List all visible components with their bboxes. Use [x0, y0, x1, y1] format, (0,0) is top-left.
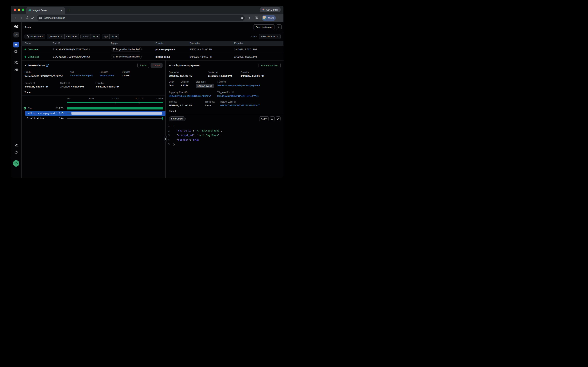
settings-gear-icon[interactable]	[276, 24, 282, 30]
extensions-icon[interactable]	[246, 15, 252, 21]
finalization-span-bar[interactable]	[162, 117, 163, 119]
sidebar-item-events[interactable]	[13, 49, 19, 54]
duration-value: 2.028s	[122, 74, 163, 77]
sidebar-footer	[11, 158, 21, 178]
tab-close-icon[interactable]: ✕	[60, 9, 63, 12]
step-span-bar[interactable]	[71, 112, 162, 115]
tab-trace[interactable]: Trace	[25, 91, 31, 95]
close-window-button[interactable]	[14, 8, 16, 11]
trace-minimap[interactable]	[67, 101, 163, 104]
time-filter-chip: Queued at Last 3d	[47, 34, 79, 39]
new-tab-button[interactable]: +	[67, 8, 71, 12]
help-icon[interactable]	[13, 149, 19, 155]
panel-resize-handle[interactable]	[165, 136, 167, 142]
status-filter-value: All	[92, 35, 95, 38]
table-row[interactable]: Completed 01KJXDACKB9MPQACGTDP7JAVS1 inn…	[22, 46, 283, 53]
expand-icon[interactable]	[276, 117, 281, 121]
timeout-label: Timeout	[169, 100, 205, 103]
share-icon[interactable]	[13, 142, 19, 148]
profile-chip[interactable]: Work	[262, 15, 276, 21]
line-number: 3	[166, 133, 173, 138]
sidebar-divider	[13, 58, 19, 58]
span-name: Finalization	[27, 117, 59, 120]
time-range-dropdown[interactable]: Last 3d	[65, 34, 79, 39]
started-at-value: 3/4/2026, 4:51:00 PM	[208, 75, 240, 77]
code-line: 1 {	[166, 124, 283, 128]
site-info-icon[interactable]	[39, 17, 42, 19]
bookmark-star-icon[interactable]	[240, 16, 244, 19]
app-link[interactable]: trace-docs-examples	[70, 74, 100, 77]
queued-at-label: Queued at	[169, 71, 208, 74]
trace-span-run[interactable]: Run 2.028s	[22, 106, 166, 111]
send-test-event-button[interactable]: Send test event	[253, 24, 275, 30]
time-field-dropdown[interactable]: Queued at	[47, 34, 64, 39]
step-type-label: Step Type	[196, 81, 217, 83]
inngest-logo[interactable]	[13, 24, 19, 29]
line-number: 5	[166, 142, 173, 147]
step-output-pill[interactable]: Step Output	[169, 117, 186, 121]
browser-tab[interactable]: Inngest Server ✕	[26, 7, 65, 14]
col-ended-at: Ended at	[234, 42, 283, 45]
maximize-window-button[interactable]	[22, 8, 24, 11]
ask-gemini-button[interactable]: Ask Gemini	[260, 7, 281, 12]
url-text[interactable]: localhost:8288/runs	[44, 17, 239, 19]
triggered-run-id-link[interactable]: 01KJXDACKB9MPQACGTDP7JAVS1	[217, 95, 281, 97]
app-badge[interactable]: DV	[13, 32, 19, 37]
show-search-button[interactable]: Show search	[25, 34, 45, 39]
external-link-icon[interactable]	[46, 64, 49, 67]
trigger-pill[interactable]: inngest/function.invoked	[111, 47, 142, 51]
back-button[interactable]	[13, 15, 18, 21]
sidebar-item-functions[interactable]	[13, 67, 19, 72]
url-bar[interactable]: localhost:8288/runs	[37, 15, 245, 21]
reload-button[interactable]	[24, 15, 30, 21]
triggered-run-id-label: Triggered Run ID	[217, 91, 281, 94]
status-filter-dropdown[interactable]: All	[91, 34, 100, 39]
browser-menu-icon[interactable]	[276, 15, 282, 21]
rerun-from-step-button[interactable]: Rerun from step	[258, 63, 281, 68]
ask-gemini-label: Ask Gemini	[266, 8, 278, 11]
sidebar-divider	[13, 40, 19, 40]
forward-button[interactable]	[18, 15, 24, 21]
delay-label: Delay	[169, 81, 181, 83]
chevron-down-icon	[277, 36, 279, 37]
queued-at-value: 3/4/2026, 4:51:00 PM	[169, 75, 208, 77]
table-columns-dropdown[interactable]: Table columns	[259, 34, 281, 39]
run-id-label: Run ID	[25, 71, 70, 73]
function-link[interactable]: trace-docs-examples-process-payment	[217, 84, 281, 87]
copy-button[interactable]: Copy	[259, 117, 269, 121]
code-line: 3 "receipt_id": "rcpt_9xyz8wvu",	[166, 133, 283, 138]
queued-at-label: Queued at	[25, 82, 60, 84]
ended-at-label: Ended at	[95, 82, 163, 84]
rerun-button[interactable]: Rerun	[137, 63, 149, 68]
function-link[interactable]: invoke-demo	[100, 74, 122, 77]
table-row[interactable]: Completed 01KJXDACBF7E98M00RAFCK9HAX inn…	[22, 53, 283, 61]
status-dot	[25, 49, 26, 50]
minimize-window-button[interactable]	[18, 8, 20, 11]
runs-count: 9 runs	[251, 35, 257, 38]
tab-output[interactable]: Output	[169, 110, 176, 114]
app-filter-dropdown[interactable]: All	[110, 34, 119, 39]
collapse-chevron-icon[interactable]	[169, 65, 171, 66]
event-icon	[113, 48, 115, 50]
span-duration: 19ms	[59, 117, 65, 120]
sidebar-item-runs[interactable]	[13, 42, 19, 48]
col-run-id: Run ID	[53, 42, 111, 45]
word-wrap-icon[interactable]	[270, 117, 274, 121]
time-range-label: Last 3d	[66, 35, 74, 38]
inngest-app: DV	[11, 22, 283, 178]
page-header: Runs Send test event	[22, 22, 283, 32]
collapse-chevron-icon[interactable]	[25, 65, 27, 66]
sidebar-item-apps[interactable]	[13, 60, 19, 66]
axis-tick: 507ms	[88, 97, 94, 100]
dev-code-button[interactable]	[13, 160, 19, 167]
trace-span-finalization[interactable]: Finalization 19ms	[22, 116, 166, 121]
triggering-event-id-link[interactable]: 01KJXDACEC6H49QRQXWEA93NXZ	[169, 95, 217, 97]
tab-search-icon[interactable]	[254, 15, 259, 21]
home-button[interactable]	[30, 15, 35, 21]
cancel-button[interactable]: Cancel	[150, 63, 163, 68]
main-content: Runs Send test event Show search	[22, 22, 283, 178]
run-span-bar[interactable]	[67, 107, 163, 109]
trace-span-call-process-payment[interactable]: call-process-payment 1.915s	[22, 111, 166, 116]
trigger-pill[interactable]: inngest/function.invoked	[111, 55, 142, 59]
return-event-id-link[interactable]: 01KJXDAE66CMZMB28439023V4T	[220, 104, 281, 107]
